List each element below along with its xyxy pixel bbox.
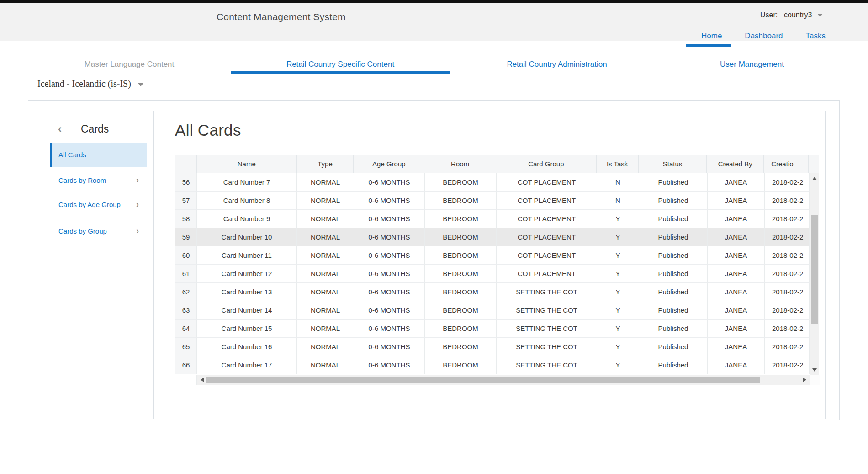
table-cell: JANEA xyxy=(708,228,765,246)
table-row[interactable]: 56Card Number 7NORMAL0-6 MONTHSBEDROOMCO… xyxy=(175,173,810,192)
vertical-scrollbar[interactable] xyxy=(810,173,819,375)
table-cell: COT PLACEMENT xyxy=(497,173,597,192)
table-cell: Card Number 10 xyxy=(197,228,297,246)
table-cell: JANEA xyxy=(708,265,765,283)
sidebar-back-button[interactable]: ‹ xyxy=(58,122,62,136)
table-cell: Published xyxy=(639,246,708,265)
sidebar-item-label: Cards by Room xyxy=(58,176,106,184)
table-header-row: NameTypeAge GroupRoomCard GroupIs TaskSt… xyxy=(175,155,819,173)
row-number-cell: 62 xyxy=(175,283,197,301)
column-header-name[interactable]: Name xyxy=(197,155,297,173)
table-cell: NORMAL xyxy=(297,192,354,210)
nav-item-tasks[interactable]: Tasks xyxy=(806,32,826,41)
table-cell: 0-6 MONTHS xyxy=(354,301,425,320)
table-row[interactable]: 66Card Number 17NORMAL0-6 MONTHSBEDROOMS… xyxy=(175,356,810,374)
table-cell: Published xyxy=(639,320,708,338)
table-cell: Published xyxy=(639,283,708,301)
sidebar-panel: ‹ Cards All CardsCards by Room›Cards by … xyxy=(42,111,154,419)
column-header-card-group[interactable]: Card Group xyxy=(496,155,597,173)
table-row[interactable]: 62Card Number 13NORMAL0-6 MONTHSBEDROOMS… xyxy=(175,283,810,301)
nav-item-home[interactable]: Home xyxy=(701,32,722,41)
triangle-up-icon xyxy=(812,177,817,180)
sidebar-item-cards-by-age-group[interactable]: Cards by Age Group› xyxy=(50,197,147,211)
chevron-right-icon: › xyxy=(136,176,139,185)
sidebar-item-label: Cards by Age Group xyxy=(58,201,121,208)
subtab-user-management[interactable]: User Management xyxy=(720,60,784,69)
table-cell: JANEA xyxy=(708,210,765,228)
scroll-right-button[interactable] xyxy=(800,376,809,384)
table-cell: BEDROOM xyxy=(425,283,497,301)
row-number-cell: 60 xyxy=(175,246,197,265)
table-cell: NORMAL xyxy=(297,356,354,374)
vertical-scroll-thumb[interactable] xyxy=(811,215,818,324)
column-header-creatio[interactable]: Creatio xyxy=(764,155,809,173)
subtab-master-language-content[interactable]: Master Language Content xyxy=(85,60,175,69)
column-header-row-number[interactable] xyxy=(175,155,197,173)
column-header-status[interactable]: Status xyxy=(639,155,707,173)
table-cell: 2018-02-2 xyxy=(765,338,810,356)
sidebar-item-label: All Cards xyxy=(58,151,86,159)
table-cell: Y xyxy=(597,356,639,374)
sidebar-item-label: Cards by Group xyxy=(58,227,107,235)
active-nav-underline xyxy=(686,44,731,47)
sidebar-item-cards-by-room[interactable]: Cards by Room› xyxy=(50,173,147,187)
table-row[interactable]: 65Card Number 16NORMAL0-6 MONTHSBEDROOMS… xyxy=(175,338,810,356)
table-cell: N xyxy=(597,192,639,210)
table-cell: Published xyxy=(639,210,708,228)
table-row[interactable]: 59Card Number 10NORMAL0-6 MONTHSBEDROOMC… xyxy=(175,228,810,246)
table-cell: JANEA xyxy=(708,283,765,301)
main-panel: All Cards NameTypeAge GroupRoomCard Grou… xyxy=(166,111,826,419)
table-row[interactable]: 58Card Number 9NORMAL0-6 MONTHSBEDROOMCO… xyxy=(175,210,810,228)
subtab-retail-country-specific-content[interactable]: Retail Country Specific Content xyxy=(286,60,394,69)
scroll-down-button[interactable] xyxy=(810,366,819,374)
column-header-age-group[interactable]: Age Group xyxy=(354,155,424,173)
column-header-created-by[interactable]: Created By xyxy=(707,155,764,173)
table-cell: NORMAL xyxy=(297,173,354,192)
column-header-type[interactable]: Type xyxy=(297,155,354,173)
table-cell: Card Number 12 xyxy=(197,265,297,283)
table-cell: 0-6 MONTHS xyxy=(354,173,425,192)
nav-item-dashboard[interactable]: Dashboard xyxy=(745,32,783,41)
table-row[interactable]: 64Card Number 15NORMAL0-6 MONTHSBEDROOMS… xyxy=(175,320,810,338)
table-cell: Card Number 11 xyxy=(197,246,297,265)
subtab-retail-country-administration[interactable]: Retail Country Administration xyxy=(507,60,607,69)
row-number-cell: 58 xyxy=(175,210,197,228)
table-cell: Card Number 8 xyxy=(197,192,297,210)
column-header-is-task[interactable]: Is Task xyxy=(597,155,639,173)
username: country3 xyxy=(784,11,812,19)
language-selector[interactable]: Iceland - Icelandic (is-IS) xyxy=(37,79,143,89)
language-value: Iceland - Icelandic (is-IS) xyxy=(37,79,131,89)
table-cell: JANEA xyxy=(708,301,765,320)
table-cell: SETTING THE COT xyxy=(497,338,597,356)
scroll-left-button[interactable] xyxy=(198,376,206,384)
row-number-cell: 65 xyxy=(175,338,197,356)
table-row[interactable]: 63Card Number 14NORMAL0-6 MONTHSBEDROOMS… xyxy=(175,301,810,320)
table-cell: N xyxy=(597,173,639,192)
table-cell: SETTING THE COT xyxy=(497,301,597,320)
sidebar-item-cards-by-group[interactable]: Cards by Group› xyxy=(50,224,147,238)
table-row[interactable]: 57Card Number 8NORMAL0-6 MONTHSBEDROOMCO… xyxy=(175,192,810,210)
table-cell: BEDROOM xyxy=(425,210,497,228)
table-cell: COT PLACEMENT xyxy=(497,228,597,246)
table-cell: BEDROOM xyxy=(425,301,497,320)
horizontal-scroll-track[interactable] xyxy=(197,375,810,385)
user-dropdown-caret-icon[interactable] xyxy=(817,14,823,17)
table-cell: Published xyxy=(639,265,708,283)
sidebar-item-all-cards[interactable]: All Cards xyxy=(50,143,147,167)
table-cell: JANEA xyxy=(708,356,765,374)
user-menu[interactable]: country3 xyxy=(784,11,823,19)
table-row[interactable]: 60Card Number 11NORMAL0-6 MONTHSBEDROOMC… xyxy=(175,246,810,265)
row-number-cell: 56 xyxy=(175,173,197,192)
horizontal-scroll-thumb[interactable] xyxy=(206,377,760,383)
table-cell: SETTING THE COT xyxy=(497,283,597,301)
scroll-up-button[interactable] xyxy=(810,174,819,182)
column-header-room[interactable]: Room xyxy=(424,155,496,173)
table-cell: Card Number 14 xyxy=(197,301,297,320)
table-row[interactable]: 61Card Number 12NORMAL0-6 MONTHSBEDROOMC… xyxy=(175,265,810,283)
table-cell: Y xyxy=(597,210,639,228)
table-cell: Y xyxy=(597,338,639,356)
table-cell: 2018-02-2 xyxy=(765,301,810,320)
table-cell: 2018-02-2 xyxy=(765,320,810,338)
table-cell: COT PLACEMENT xyxy=(497,192,597,210)
table-cell: Y xyxy=(597,228,639,246)
